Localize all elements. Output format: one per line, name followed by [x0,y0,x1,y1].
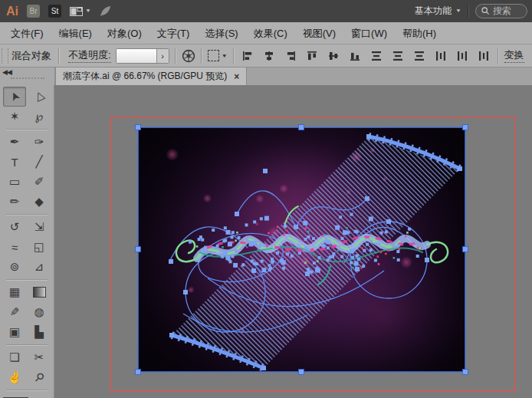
width-icon: ≈ [11,241,18,254]
tools-separator [3,342,51,347]
shape-builder-icon: ⊚ [10,260,20,274]
document-tab[interactable]: 潮流字体.ai @ 66.67% (RGB/GPU 预览) × [55,67,247,85]
chevron-down-icon: ▼ [455,8,461,14]
options-divider [175,48,176,64]
gradient-tool[interactable] [28,282,51,302]
menu-item-1[interactable]: 编辑(E) [51,23,100,44]
rocket-icon [100,5,111,17]
line-segment-tool[interactable]: ╱ [28,152,51,172]
tools-separator [3,387,51,393]
direct-selection-tool[interactable]: ▷ [28,87,51,107]
distribute-left-button[interactable] [433,48,449,64]
bridge-button[interactable]: Br [27,5,40,18]
menu-item-8[interactable]: 帮助(H) [395,23,444,44]
opacity-input[interactable] [117,49,156,63]
eraser-tool[interactable]: ◆ [28,192,51,212]
eraser-icon: ◆ [34,195,44,209]
menu-item-2[interactable]: 对象(O) [100,23,149,44]
distribute-right-button[interactable] [476,48,492,64]
illustrator-window: { "topbar": { "logo": "Ai", "badges": { … [0,0,532,398]
distribute-horizontal-center-button[interactable] [455,48,471,64]
share-rocket-button[interactable] [100,5,111,17]
menu-item-0[interactable]: 文件(F) [3,23,51,44]
slice-tool[interactable]: ✂ [28,347,51,367]
align-horizontal-center-button[interactable] [261,48,277,64]
free-transform-icon: ◱ [34,240,44,254]
stock-button[interactable]: St [48,5,61,18]
recolor-artwork-button[interactable] [182,49,195,63]
options-divider [233,48,235,64]
selection-icon: ➤ [6,89,23,104]
align-right-button[interactable] [283,48,299,64]
artboard-view[interactable] [54,85,532,398]
curvature-icon: ✑ [34,135,44,149]
distribute-top-button[interactable] [369,48,385,64]
hand-tool[interactable]: ✌ [3,367,26,387]
perspective-grid-tool[interactable]: ⊿ [28,257,51,277]
align-vertical-center-button[interactable] [326,48,342,64]
symbol-sprayer-tool[interactable]: ▣ [3,322,26,342]
column-graph-icon: ▙ [34,325,44,339]
align-top-button[interactable] [304,48,320,64]
workspace-switcher[interactable]: 基本功能 ▼ [415,5,461,18]
arrange-documents-button[interactable]: ▼ [70,7,91,16]
canvas-area[interactable] [54,85,532,398]
search-input[interactable]: 搜索 [475,4,527,18]
zoom-tool[interactable]: ⚲ [28,367,51,387]
distribute-bottom-button[interactable] [412,48,428,64]
chevron-down-icon: ▼ [85,8,91,14]
align-left-button[interactable] [240,48,256,64]
pencil-tool[interactable]: ✏ [3,192,26,212]
rectangle-tool[interactable]: ▭ [3,172,26,192]
align-bottom-button[interactable] [347,48,363,64]
rotate-tool[interactable]: ↺ [3,217,26,237]
slice-icon: ✂ [34,350,44,364]
scale-tool[interactable]: ⇲ [28,217,51,237]
type-tool[interactable]: T [3,152,26,172]
options-bar-grip[interactable] [2,48,8,64]
blend-tool[interactable]: ◍ [28,302,51,322]
panel-grip-dots[interactable] [11,77,44,79]
lasso-tool[interactable]: ℘ [28,107,51,127]
opacity-label[interactable]: 不透明度: [68,48,111,63]
close-tab-icon[interactable]: × [234,71,239,82]
magic-wand-tool[interactable]: ✶ [3,107,26,127]
artboard-icon: ❏ [9,350,19,364]
tools-separator [3,212,51,217]
perspective-grid-icon: ⊿ [34,260,44,274]
transform-link[interactable]: 变换 [504,48,524,63]
selection-tool[interactable]: ➤ [3,87,26,107]
menu-item-7[interactable]: 窗口(W) [343,23,395,44]
pen-tool[interactable]: ✒ [3,132,26,152]
menu-item-4[interactable]: 选择(S) [197,23,245,44]
paintbrush-tool[interactable]: ✐ [28,172,51,192]
opacity-dropdown-button[interactable]: › [156,49,169,63]
shape-builder-tool[interactable]: ⊚ [3,257,26,277]
blend-icon: ◍ [34,305,44,319]
menu-item-6[interactable]: 视图(V) [295,23,343,44]
menu-item-5[interactable]: 效果(C) [246,23,295,44]
tools-separator [3,127,51,132]
tools-panel-header: ◀◀ [0,67,55,85]
eyedropper-icon: ✎ [10,305,20,319]
lasso-icon: ℘ [35,110,43,123]
bounding-box-options-button[interactable]: ▼ [208,50,228,61]
document-tab-bar: ◀◀ 潮流字体.ai @ 66.67% (RGB/GPU 预览) × [0,67,532,85]
bounding-box-icon [208,50,219,61]
menu-item-3[interactable]: 文字(T) [149,23,198,44]
align-buttons-group [240,48,492,64]
curvature-tool[interactable]: ✑ [28,132,51,152]
width-tool[interactable]: ≈ [3,237,26,257]
distribute-vertical-center-button[interactable] [390,48,406,64]
eyedropper-tool[interactable]: ✎ [3,302,26,322]
line-segment-icon: ╱ [35,155,42,169]
mesh-tool[interactable]: ▦ [3,282,26,302]
artboard-tool[interactable]: ❏ [3,347,26,367]
menubar: 文件(F)编辑(E)对象(O)文字(T)选择(S)效果(C)视图(V)窗口(W)… [0,22,532,44]
collapse-panel-icon[interactable]: ◀◀ [2,68,11,76]
arrange-documents-icon [70,7,83,16]
chevron-down-icon: ▼ [222,53,228,58]
free-transform-tool[interactable]: ◱ [28,237,51,257]
options-divider [498,48,499,64]
column-graph-tool[interactable]: ▙ [28,322,51,342]
